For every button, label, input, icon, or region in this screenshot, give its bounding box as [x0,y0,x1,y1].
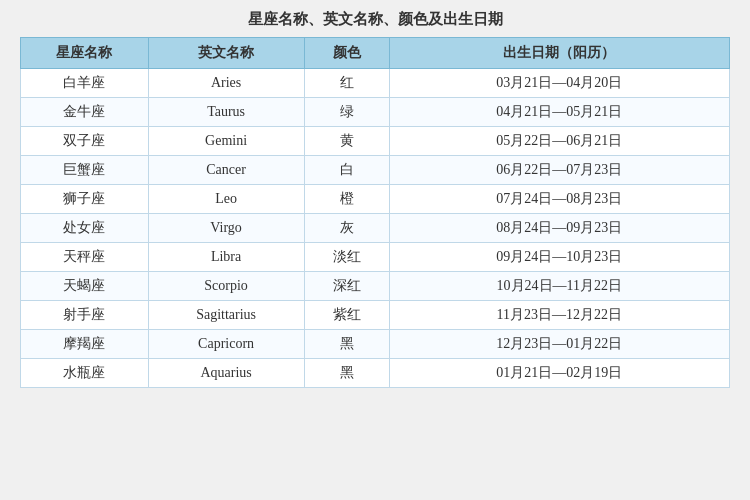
cell-name-cn: 白羊座 [21,69,149,98]
cell-name-cn: 射手座 [21,301,149,330]
cell-name-cn: 双子座 [21,127,149,156]
cell-name-en: Aquarius [148,359,304,388]
cell-birthdate: 06月22日—07月23日 [389,156,729,185]
cell-name-en: Leo [148,185,304,214]
header-birthdate: 出生日期（阳历） [389,38,729,69]
table-row: 射手座Sagittarius紫红11月23日—12月22日 [21,301,730,330]
page-container: 星座名称、英文名称、颜色及出生日期 星座名称 英文名称 颜色 出生日期（阳历） … [20,10,730,388]
cell-color: 绿 [304,98,389,127]
cell-birthdate: 09月24日—10月23日 [389,243,729,272]
table-row: 水瓶座Aquarius黑01月21日—02月19日 [21,359,730,388]
cell-name-cn: 天蝎座 [21,272,149,301]
cell-color: 紫红 [304,301,389,330]
cell-name-en: Cancer [148,156,304,185]
table-row: 处女座Virgo灰08月24日—09月23日 [21,214,730,243]
cell-birthdate: 11月23日—12月22日 [389,301,729,330]
cell-birthdate: 10月24日—11月22日 [389,272,729,301]
cell-name-cn: 巨蟹座 [21,156,149,185]
cell-name-cn: 天秤座 [21,243,149,272]
cell-name-en: Aries [148,69,304,98]
table-row: 白羊座Aries红03月21日—04月20日 [21,69,730,98]
zodiac-table: 星座名称 英文名称 颜色 出生日期（阳历） 白羊座Aries红03月21日—04… [20,37,730,388]
cell-birthdate: 05月22日—06月21日 [389,127,729,156]
page-title: 星座名称、英文名称、颜色及出生日期 [20,10,730,29]
table-row: 金牛座Taurus绿04月21日—05月21日 [21,98,730,127]
table-row: 摩羯座Capricorn黑12月23日—01月22日 [21,330,730,359]
header-name-cn: 星座名称 [21,38,149,69]
table-row: 巨蟹座Cancer白06月22日—07月23日 [21,156,730,185]
cell-birthdate: 01月21日—02月19日 [389,359,729,388]
cell-color: 淡红 [304,243,389,272]
cell-name-en: Libra [148,243,304,272]
cell-color: 黑 [304,330,389,359]
table-row: 天秤座Libra淡红09月24日—10月23日 [21,243,730,272]
cell-name-en: Sagittarius [148,301,304,330]
cell-color: 灰 [304,214,389,243]
cell-name-en: Scorpio [148,272,304,301]
cell-name-en: Gemini [148,127,304,156]
cell-birthdate: 04月21日—05月21日 [389,98,729,127]
cell-name-cn: 狮子座 [21,185,149,214]
cell-color: 黄 [304,127,389,156]
header-color: 颜色 [304,38,389,69]
cell-birthdate: 08月24日—09月23日 [389,214,729,243]
table-body: 白羊座Aries红03月21日—04月20日金牛座Taurus绿04月21日—0… [21,69,730,388]
cell-birthdate: 03月21日—04月20日 [389,69,729,98]
cell-name-cn: 摩羯座 [21,330,149,359]
cell-name-en: Virgo [148,214,304,243]
table-row: 狮子座Leo橙07月24日—08月23日 [21,185,730,214]
cell-birthdate: 12月23日—01月22日 [389,330,729,359]
table-header-row: 星座名称 英文名称 颜色 出生日期（阳历） [21,38,730,69]
header-name-en: 英文名称 [148,38,304,69]
cell-name-en: Capricorn [148,330,304,359]
cell-name-cn: 处女座 [21,214,149,243]
cell-color: 黑 [304,359,389,388]
cell-color: 橙 [304,185,389,214]
cell-name-cn: 金牛座 [21,98,149,127]
cell-color: 深红 [304,272,389,301]
cell-name-cn: 水瓶座 [21,359,149,388]
table-row: 天蝎座Scorpio深红10月24日—11月22日 [21,272,730,301]
cell-name-en: Taurus [148,98,304,127]
cell-birthdate: 07月24日—08月23日 [389,185,729,214]
table-row: 双子座Gemini黄05月22日—06月21日 [21,127,730,156]
cell-color: 红 [304,69,389,98]
cell-color: 白 [304,156,389,185]
